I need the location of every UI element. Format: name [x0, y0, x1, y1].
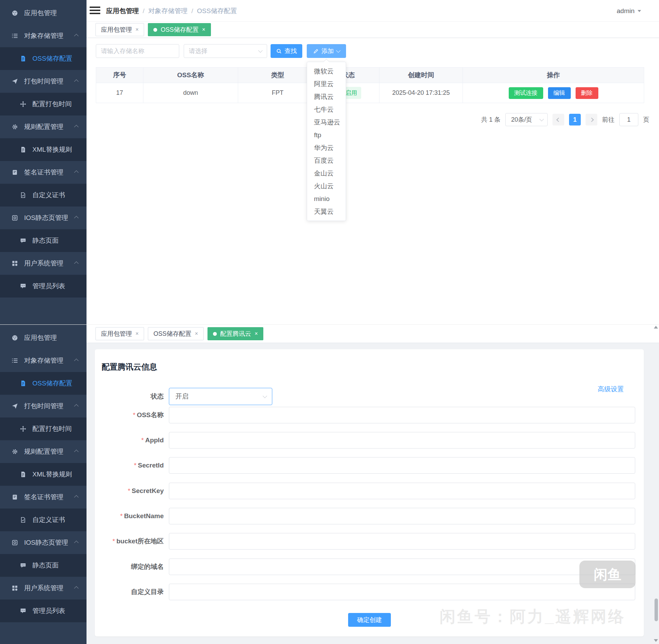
sidebar-item-rule-config[interactable]: 规则配置管理 [0, 115, 87, 138]
sidebar-item-xml-replace-rule[interactable]: XML替换规则 [0, 463, 87, 486]
menu-item-baidu-cloud[interactable]: 百度云 [307, 154, 346, 167]
sidebar-item-label: 用户系统管理 [24, 259, 63, 268]
chevron-down-icon [539, 117, 544, 121]
breadcrumb-item[interactable]: 应用包管理 [106, 7, 139, 16]
appid-input[interactable] [169, 432, 635, 449]
menu-item-tianyi-cloud[interactable]: 天翼云 [307, 205, 346, 218]
close-icon[interactable]: × [195, 331, 198, 337]
sidebar-item-package-time[interactable]: 打包时间管理 [0, 70, 87, 93]
sidebar-item-static-page[interactable]: 静态页面 [0, 554, 87, 577]
advanced-settings-link[interactable]: 高级设置 [598, 385, 624, 394]
sidebar-item-xml-replace-rule[interactable]: XML替换规则 [0, 138, 87, 161]
delete-button[interactable]: 删除 [576, 87, 598, 99]
sidebar-item-label: XML替换规则 [32, 145, 72, 154]
menu-item-qiniu[interactable]: 七牛云 [307, 103, 346, 116]
menu-item-amazon[interactable]: 亚马逊云 [307, 116, 346, 129]
bucket-region-input[interactable] [169, 533, 635, 550]
hamburger-menu-icon[interactable] [90, 7, 100, 15]
certificate-icon [11, 494, 18, 501]
field-label-secretkey: *SecretKey [95, 483, 164, 499]
field-label-bound-domain: 绑定的域名 [95, 559, 164, 575]
scroll-down-arrow[interactable] [654, 639, 658, 642]
find-button[interactable]: 查找 [271, 44, 302, 58]
breadcrumb-item: OSS储存配置 [197, 7, 237, 16]
menu-item-minio[interactable]: minio [307, 192, 346, 205]
goto-page-input[interactable] [619, 113, 638, 126]
sidebar-item-object-storage[interactable]: 对象存储管理 [0, 349, 87, 372]
sidebar-item-configure-package-time[interactable]: 配置打包时间 [0, 417, 87, 440]
page-size-select[interactable]: 20条/页 [505, 113, 548, 126]
menu-item-tencent-cloud[interactable]: 腾讯云 [307, 90, 346, 103]
menu-item-aliyun[interactable]: 阿里云 [307, 78, 346, 90]
sidebar-item-label: 对象存储管理 [24, 356, 63, 365]
prev-page-button[interactable] [552, 114, 564, 125]
scroll-up-arrow[interactable] [654, 326, 658, 329]
tab-app-package[interactable]: 应用包管理 × [95, 327, 144, 340]
add-button[interactable]: 添加 [307, 44, 346, 58]
tab-configure-tencent[interactable]: 配置腾讯云 × [207, 327, 263, 340]
close-icon[interactable]: × [135, 27, 139, 33]
edit-button[interactable]: 编辑 [548, 87, 571, 99]
close-icon[interactable]: × [255, 331, 258, 337]
custom-directory-input[interactable] [169, 584, 635, 600]
sidebar-item-rule-config[interactable]: 规则配置管理 [0, 440, 87, 463]
type-select[interactable]: 请选择 [184, 44, 267, 58]
sidebar-item-ios-static-page[interactable]: IOS静态页管理 [0, 531, 87, 554]
tab-app-package[interactable]: 应用包管理 × [95, 23, 144, 36]
search-input[interactable] [96, 44, 179, 58]
sidebar-item-oss-config[interactable]: OSS储存配置 [0, 372, 87, 395]
menu-item-microsoft-cloud[interactable]: 微软云 [307, 65, 346, 78]
sidebar-item-package-time[interactable]: 打包时间管理 [0, 395, 87, 417]
next-page-button[interactable] [586, 114, 597, 125]
sidebar-item-object-storage[interactable]: 对象存储管理 [0, 24, 87, 47]
sidebar-item-custom-cert[interactable]: 自定义证书 [0, 509, 87, 531]
chevron-up-icon [74, 261, 79, 266]
sidebar-item-user-system[interactable]: 用户系统管理 [0, 252, 87, 275]
field-label-appid: *AppId [95, 432, 164, 449]
close-icon[interactable]: × [135, 331, 139, 337]
document-icon [20, 146, 27, 153]
tab-oss-config[interactable]: OSS储存配置 × [148, 23, 211, 36]
sidebar-item-label: 用户系统管理 [24, 584, 63, 593]
sidebar-item-admin-list[interactable]: 管理员列表 [0, 600, 87, 622]
menu-item-volcano-cloud[interactable]: 火山云 [307, 180, 346, 192]
secretkey-input[interactable] [169, 483, 635, 499]
menu-item-huawei-cloud[interactable]: 华为云 [307, 141, 346, 154]
status-select[interactable]: 开启 [169, 388, 272, 405]
bound-domain-input[interactable] [169, 559, 635, 575]
table-header: 操作 [463, 68, 644, 83]
sidebar-item-oss-config[interactable]: OSS储存配置 [0, 47, 87, 70]
sidebar-item-label: 规则配置管理 [24, 447, 63, 456]
table-header: OSS名称 [143, 68, 238, 83]
bucketname-input[interactable] [169, 508, 635, 524]
sidebar-item-static-page[interactable]: 静态页面 [0, 229, 87, 252]
close-icon[interactable]: × [202, 27, 205, 33]
scrollbar-thumb[interactable] [655, 598, 658, 621]
sidebar-item-configure-package-time[interactable]: 配置打包时间 [0, 93, 87, 115]
field-label-bucket-region: *bucket所在地区 [95, 533, 164, 550]
menu-item-ftp[interactable]: ftp [307, 129, 346, 141]
required-asterisk: * [112, 537, 115, 545]
sidebar-item-app-package[interactable]: 应用包管理 [0, 2, 87, 24]
field-label-secretid: *SecretId [95, 457, 164, 474]
chevron-up-icon [74, 359, 79, 363]
required-asterisk: * [120, 512, 122, 520]
confirm-create-button[interactable]: 确定创建 [348, 613, 391, 627]
sidebar-item-sign-cert[interactable]: 签名证书管理 [0, 486, 87, 509]
page-number-button[interactable]: 1 [569, 114, 581, 125]
user-menu[interactable]: admin [617, 0, 641, 22]
sidebar-item-custom-cert[interactable]: 自定义证书 [0, 184, 87, 207]
chevron-right-icon [589, 118, 594, 122]
menu-item-kingsoft-cloud[interactable]: 金山云 [307, 167, 346, 180]
breadcrumb-item[interactable]: 对象存储管理 [148, 7, 187, 16]
sidebar-item-ios-static-page[interactable]: IOS静态页管理 [0, 207, 87, 229]
sidebar-item-label: 应用包管理 [24, 333, 57, 342]
sidebar-item-app-package[interactable]: 应用包管理 [0, 326, 87, 349]
sidebar-item-admin-list[interactable]: 管理员列表 [0, 275, 87, 298]
test-connection-button[interactable]: 测试连接 [509, 87, 543, 99]
sidebar-item-sign-cert[interactable]: 签名证书管理 [0, 161, 87, 184]
secretid-input[interactable] [169, 457, 635, 474]
oss-name-input[interactable] [169, 407, 635, 423]
sidebar-item-user-system[interactable]: 用户系统管理 [0, 577, 87, 600]
tab-oss-config[interactable]: OSS储存配置 × [148, 327, 203, 340]
